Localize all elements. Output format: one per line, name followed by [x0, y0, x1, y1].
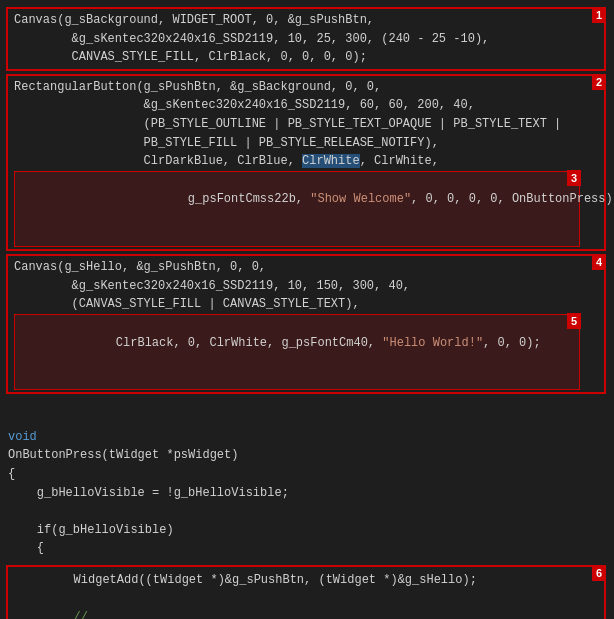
code-line: WidgetAdd((tWidget *)&g_sPushBtn, (tWidg…	[16, 571, 580, 590]
code-line: Canvas(g_sBackground, WIDGET_ROOT, 0, &g…	[14, 11, 580, 30]
code-block-6: 6 WidgetAdd((tWidget *)&g_sPushBtn, (tWi…	[6, 565, 606, 619]
code-line: g_bHelloVisible = !g_bHelloVisible;	[8, 484, 606, 503]
code-editor: 1 Canvas(g_sBackground, WIDGET_ROOT, 0, …	[0, 0, 614, 619]
block-number-1: 1	[592, 7, 606, 23]
code-line: CANVAS_STYLE_FILL, ClrBlack, 0, 0, 0, 0)…	[14, 48, 580, 67]
code-line: Canvas(g_sHello, &g_sPushBtn, 0, 0,	[14, 258, 580, 277]
code-line: RectangularButton(g_sPushBtn, &g_sBackgr…	[14, 78, 580, 97]
code-line: OnButtonPress(tWidget *psWidget)	[8, 446, 606, 465]
code-line: &g_sKentec320x240x16_SSD2119, 60, 60, 20…	[14, 96, 580, 115]
block-number-6: 6	[592, 565, 606, 581]
code-line: &g_sKentec320x240x16_SSD2119, 10, 25, 30…	[14, 30, 580, 49]
code-block-4: 4 Canvas(g_sHello, &g_sPushBtn, 0, 0, &g…	[6, 254, 606, 394]
code-block-2: 2 RectangularButton(g_sPushBtn, &g_sBack…	[6, 74, 606, 251]
block-number-4: 4	[592, 254, 606, 270]
code-block-1: 1 Canvas(g_sBackground, WIDGET_ROOT, 0, …	[6, 7, 606, 71]
code-line: //	[16, 608, 580, 619]
void-section: void OnButtonPress(tWidget *psWidget) { …	[0, 405, 614, 562]
code-line: ClrBlack, 0, ClrWhite, g_psFontCm40, "He…	[14, 314, 580, 390]
code-line: {	[8, 465, 606, 484]
code-line: g_psFontCmss22b, "Show Welcome", 0, 0, 0…	[14, 171, 580, 247]
code-line	[8, 502, 606, 521]
block-number-5: 5	[567, 313, 581, 329]
code-line: (PB_STYLE_OUTLINE | PB_STYLE_TEXT_OPAQUE…	[14, 115, 580, 134]
block-number-3: 3	[567, 170, 581, 186]
block-number-2: 2	[592, 74, 606, 90]
code-line: (CANVAS_STYLE_FILL | CANVAS_STYLE_TEXT),	[14, 295, 580, 314]
code-line: ClrDarkBlue, ClrBlue, ClrWhite, ClrWhite…	[14, 152, 580, 171]
code-line	[8, 409, 606, 428]
code-line: {	[8, 539, 606, 558]
code-line: PB_STYLE_FILL | PB_STYLE_RELEASE_NOTIFY)…	[14, 134, 580, 153]
code-line: void	[8, 428, 606, 447]
code-line: if(g_bHelloVisible)	[8, 521, 606, 540]
code-line	[16, 590, 580, 609]
code-line: &g_sKentec320x240x16_SSD2119, 10, 150, 3…	[14, 277, 580, 296]
